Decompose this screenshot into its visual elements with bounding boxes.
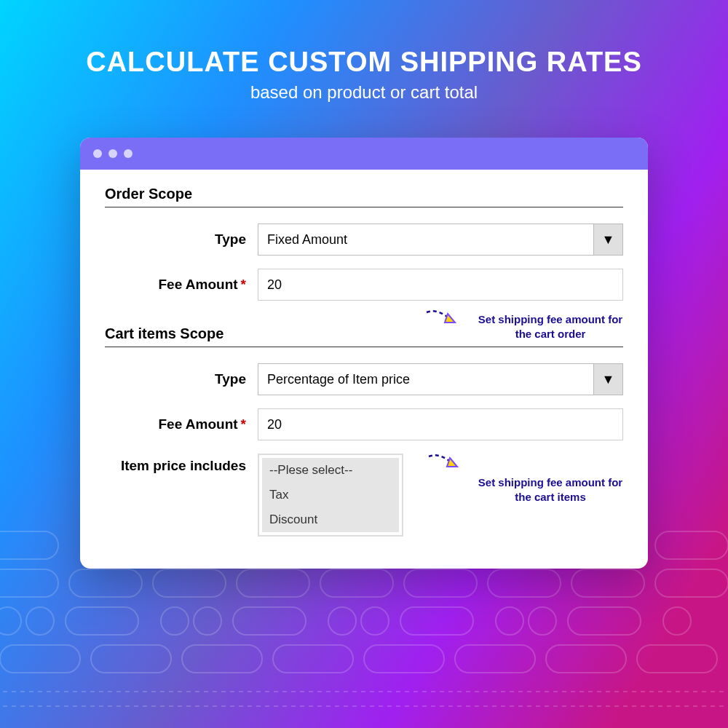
svg-rect-12 <box>655 531 728 559</box>
svg-rect-30 <box>400 607 473 635</box>
svg-point-32 <box>529 607 556 635</box>
list-item[interactable]: Discount <box>262 507 399 532</box>
item-price-includes-label: Item price includes <box>105 454 258 474</box>
arrow-icon <box>425 451 469 480</box>
chevron-down-icon: ▼ <box>593 224 622 255</box>
svg-point-23 <box>26 607 54 635</box>
divider <box>105 207 623 207</box>
svg-rect-38 <box>273 645 353 673</box>
select-value: Fixed Amount <box>267 232 347 248</box>
svg-rect-39 <box>364 645 444 673</box>
order-type-select[interactable]: Fixed Amount ▼ <box>258 223 623 256</box>
required-icon: * <box>241 416 246 432</box>
cart-fee-input[interactable] <box>258 408 623 440</box>
svg-point-34 <box>663 607 691 635</box>
order-fee-input[interactable] <box>258 269 623 301</box>
page-header: CALCULATE CUSTOM SHIPPING RATES based on… <box>0 0 728 103</box>
svg-point-31 <box>496 607 523 635</box>
window-titlebar <box>80 138 648 170</box>
window-dot-icon <box>108 149 117 158</box>
svg-rect-36 <box>91 645 171 673</box>
fee-amount-label: Fee Amount* <box>105 277 258 293</box>
svg-rect-24 <box>66 607 138 635</box>
svg-rect-37 <box>182 645 262 673</box>
window-dot-icon <box>93 149 102 158</box>
type-label: Type <box>105 232 258 248</box>
arrow-icon <box>423 306 467 336</box>
svg-rect-35 <box>0 645 80 673</box>
svg-rect-41 <box>546 645 626 673</box>
page-title: CALCULATE CUSTOM SHIPPING RATES <box>0 47 728 78</box>
divider <box>105 347 623 347</box>
required-icon: * <box>241 277 246 292</box>
item-price-includes-listbox[interactable]: --Plese select-- Tax Discount <box>258 454 403 537</box>
svg-rect-21 <box>655 569 728 597</box>
order-scope-heading: Order Scope <box>105 186 623 202</box>
svg-point-28 <box>328 607 356 635</box>
chevron-down-icon: ▼ <box>593 364 622 395</box>
svg-rect-19 <box>488 569 561 597</box>
callout-cart: Set shipping fee amount for the cart ite… <box>470 475 630 505</box>
svg-rect-42 <box>637 645 717 673</box>
cart-type-select[interactable]: Percentage of Item price ▼ <box>258 363 623 395</box>
svg-rect-16 <box>237 569 309 597</box>
svg-rect-27 <box>233 607 306 635</box>
svg-point-22 <box>0 607 21 635</box>
svg-rect-17 <box>320 569 393 597</box>
svg-point-29 <box>361 607 389 635</box>
callout-order: Set shipping fee amount for the cart ord… <box>470 312 630 342</box>
list-item[interactable]: Tax <box>262 483 399 507</box>
svg-rect-20 <box>571 569 644 597</box>
fee-label-text: Fee Amount <box>159 416 238 432</box>
svg-point-26 <box>194 607 221 635</box>
svg-rect-14 <box>69 569 142 597</box>
list-item[interactable]: --Plese select-- <box>262 458 399 483</box>
svg-rect-0 <box>0 531 58 559</box>
fee-amount-label: Fee Amount* <box>105 416 258 432</box>
callout-text: Set shipping fee amount for the cart ite… <box>478 476 622 503</box>
type-label: Type <box>105 371 258 387</box>
fee-label-text: Fee Amount <box>159 277 238 292</box>
svg-rect-13 <box>0 569 58 597</box>
svg-rect-33 <box>568 607 641 635</box>
svg-point-25 <box>161 607 189 635</box>
page-subtitle: based on product or cart total <box>0 82 728 103</box>
window-dot-icon <box>124 149 132 158</box>
callout-text: Set shipping fee amount for the cart ord… <box>478 313 622 340</box>
svg-rect-18 <box>404 569 477 597</box>
svg-rect-40 <box>455 645 535 673</box>
select-value: Percentage of Item price <box>267 372 410 387</box>
window-frame: Order Scope Type Fixed Amount ▼ Fee Amou… <box>80 138 648 569</box>
svg-rect-15 <box>153 569 226 597</box>
window-content: Order Scope Type Fixed Amount ▼ Fee Amou… <box>80 170 648 569</box>
